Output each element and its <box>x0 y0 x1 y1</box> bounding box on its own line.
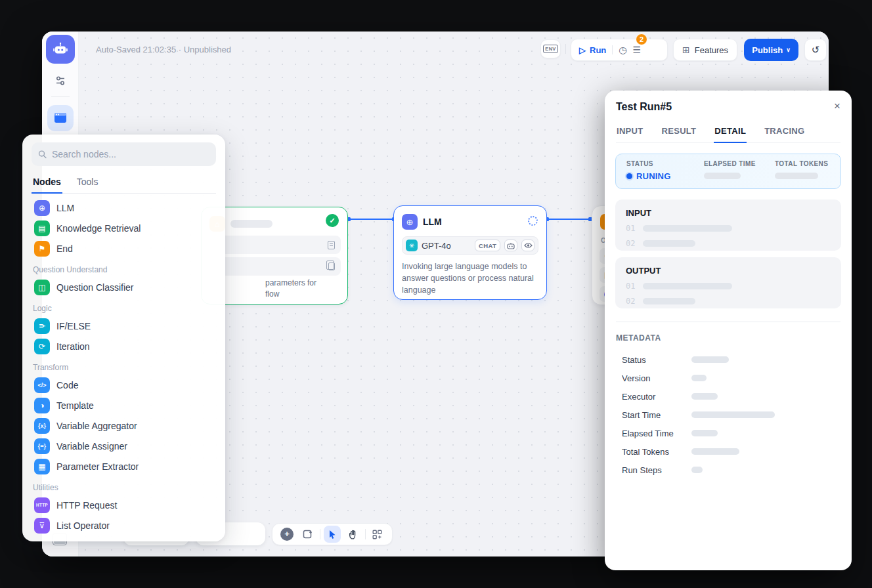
run-toolbar-group: ▷Run ◷ ☰ 2 <box>571 39 668 61</box>
organize-layout-button[interactable] <box>369 526 386 543</box>
robot-badge-icon <box>504 240 517 251</box>
elapsed-time-label: ELAPSED TIME <box>704 160 775 167</box>
success-check-icon: ✓ <box>326 214 339 227</box>
node-item-variable-assigner[interactable]: {=} Variable Assigner <box>32 436 216 456</box>
start-node-description: parameters for flow <box>265 278 316 300</box>
node-item-end[interactable]: ⚑ End <box>32 238 216 259</box>
model-selector[interactable]: ✳ GPT-4o CHAT <box>402 236 538 255</box>
llm-node-icon: ⊕ <box>402 214 418 230</box>
run-panel-tabs: INPUT RESULT DETAIL TRACING <box>616 122 840 143</box>
run-button[interactable]: ▷Run <box>579 45 606 55</box>
node-item-iteration[interactable]: ⟳ Iteration <box>32 336 216 356</box>
node-item-code[interactable]: </> Code <box>32 375 216 395</box>
tokens-skeleton <box>775 173 818 179</box>
vision-eye-badge-icon <box>521 240 534 251</box>
tab-nodes[interactable]: Nodes <box>32 173 62 194</box>
chat-badge: CHAT <box>475 240 500 251</box>
autosave-status: Auto-Saved 21:02:35 · Unpublished <box>96 45 231 54</box>
llm-icon: ⊕ <box>34 200 50 216</box>
parameter-extractor-icon: ▦ <box>34 459 50 474</box>
checklist-button[interactable]: ☰ 2 <box>633 44 642 56</box>
output-skeleton <box>643 298 695 304</box>
node-item-list-operator[interactable]: ⊽ List Operator <box>32 515 216 536</box>
tab-result[interactable]: RESULT <box>661 122 697 142</box>
node-item-variable-aggregator[interactable]: {x} Variable Aggregator <box>32 415 216 436</box>
variable-assigner-icon: {=} <box>34 438 50 454</box>
tab-detail[interactable]: DETAIL <box>714 122 747 143</box>
node-item-if-else[interactable]: ⋔ IF/ELSE <box>32 316 216 336</box>
checklist-icon: ☰ <box>633 45 642 55</box>
canvas-toolbar: + <box>272 523 393 545</box>
workflow-app-icon[interactable] <box>47 105 74 131</box>
node-item-question-classifier[interactable]: ◫ Question Classifier <box>32 277 216 297</box>
node-item-parameter-extractor[interactable]: ▦ Parameter Extractor <box>32 456 216 476</box>
node-search-panel: Nodes Tools ⊕ LLM ▤ Knowledge Retrieval … <box>22 135 225 541</box>
knowledge-retrieval-icon: ▤ <box>34 220 50 236</box>
pointer-tool-button[interactable] <box>324 526 341 543</box>
total-tokens-label: TOTAL TOKENS <box>775 160 828 167</box>
start-node-field[interactable] <box>208 257 341 276</box>
section-question-understand: Question Understand <box>33 265 216 274</box>
features-icon: ⊞ <box>682 45 690 54</box>
input-skeleton <box>643 240 695 247</box>
iteration-icon: ⟳ <box>34 339 50 354</box>
node-item-template[interactable]: ◑ Template <box>32 395 216 415</box>
start-node-title-skeleton <box>230 220 272 228</box>
preferences-sliders-icon[interactable] <box>53 73 68 89</box>
if-else-icon: ⋔ <box>34 318 50 334</box>
section-logic: Logic <box>33 304 216 313</box>
panel-title: Test Run#5 <box>616 101 672 113</box>
search-input[interactable] <box>52 149 209 159</box>
output-title: OUTPUT <box>626 266 831 276</box>
add-note-button[interactable] <box>299 526 316 543</box>
metadata-skeleton <box>691 448 739 455</box>
toolbar-divider <box>320 529 320 539</box>
end-flag-icon: ⚑ <box>34 241 50 257</box>
section-utilities: Utilities <box>33 483 216 492</box>
status-card: STATUS RUNING ELAPSED TIME TOTAL TOKENS <box>615 154 841 189</box>
publish-button[interactable]: Publish ∨ <box>744 39 798 61</box>
add-node-button[interactable]: + <box>278 526 295 543</box>
tab-tools[interactable]: Tools <box>76 173 100 193</box>
search-icon <box>38 150 47 159</box>
openai-icon: ✳ <box>406 240 418 251</box>
app-logo-robot-icon[interactable] <box>46 35 75 64</box>
chevron-down-icon: ∨ <box>786 47 791 53</box>
llm-node-title: LLM <box>423 217 442 227</box>
edge-llm-to-end <box>547 219 592 220</box>
env-button[interactable]: ENV <box>540 39 561 58</box>
code-icon: </> <box>34 377 50 393</box>
panel-divider <box>616 322 840 322</box>
close-icon[interactable]: × <box>834 100 840 113</box>
metadata-skeleton <box>691 411 775 418</box>
question-classifier-icon: ◫ <box>34 280 50 295</box>
input-skeleton <box>643 225 732 232</box>
input-card: INPUT 01 02 <box>615 200 841 251</box>
tab-input[interactable]: INPUT <box>616 122 644 142</box>
output-card: OUTPUT 01 02 <box>615 257 841 308</box>
node-item-knowledge-retrieval[interactable]: ▤ Knowledge Retrieval <box>32 218 216 238</box>
features-button[interactable]: ⊞ Features <box>673 39 737 61</box>
output-skeleton <box>643 283 732 289</box>
rail-divider <box>51 96 70 97</box>
elapsed-skeleton <box>704 173 741 179</box>
tab-tracing[interactable]: TRACING <box>764 122 805 142</box>
edge-start-to-llm <box>349 219 395 220</box>
hand-tool-button[interactable] <box>344 526 361 543</box>
template-icon: ◑ <box>34 398 50 413</box>
play-icon: ▷ <box>579 45 586 55</box>
notification-badge: 2 <box>636 33 647 45</box>
version-history-button[interactable]: ↺ <box>804 39 827 61</box>
llm-node[interactable]: ⊕ LLM ✳ GPT-4o CHAT Invoking large langu… <box>393 205 547 300</box>
clock-refresh-icon[interactable]: ◷ <box>619 45 626 54</box>
node-item-llm[interactable]: ⊕ LLM <box>32 198 216 218</box>
node-item-http-request[interactable]: HTTP HTTP Request <box>32 495 216 515</box>
search-box[interactable] <box>32 142 216 166</box>
running-dot-icon <box>626 173 632 179</box>
toolbar-divider <box>365 529 366 539</box>
history-icon: ↺ <box>812 44 820 56</box>
robot-icon <box>53 41 68 57</box>
list-operator-icon: ⊽ <box>34 518 50 534</box>
document-icon <box>328 241 335 249</box>
start-node-field[interactable] <box>208 236 341 254</box>
